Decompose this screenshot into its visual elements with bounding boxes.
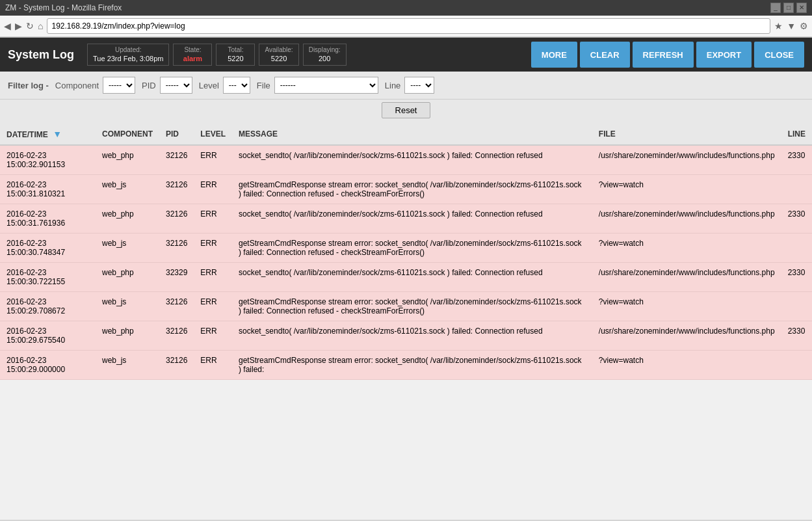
header-buttons: MORE CLEAR REFRESH EXPORT CLOSE	[531, 42, 804, 68]
cell-component: web_js	[96, 175, 159, 204]
col-datetime[interactable]: DATE/TIME ▼	[0, 124, 96, 145]
cell-level: ERR	[194, 263, 232, 292]
cell-level: ERR	[194, 175, 232, 204]
table-row[interactable]: 2016-02-23 15:00:32.901153 web_php 32126…	[0, 145, 812, 175]
col-pid[interactable]: PID	[159, 124, 194, 145]
cell-component: web_php	[96, 204, 159, 234]
nav-menu-icon[interactable]: ▼	[787, 21, 796, 31]
reset-button[interactable]: Reset	[382, 102, 431, 118]
nav-bar: ◀ ▶ ↻ ⌂ ★ ▼ ⚙	[0, 16, 812, 37]
maximize-button[interactable]: □	[783, 3, 794, 13]
pid-select[interactable]: -----	[160, 77, 192, 94]
cell-message: socket_sendto( /var/lib/zoneminder/sock/…	[232, 204, 592, 234]
cell-file: ?view=watch	[592, 234, 781, 263]
available-value: 5220	[265, 54, 293, 63]
cell-datetime: 2016-02-23 15:00:30.722155	[0, 263, 96, 292]
col-line[interactable]: LINE	[781, 124, 812, 145]
cell-file: ?view=watch	[592, 292, 781, 321]
col-message[interactable]: MESSAGE	[232, 124, 592, 145]
cell-file: /usr/share/zoneminder/www/includes/funct…	[592, 263, 781, 292]
export-button[interactable]: EXPORT	[696, 42, 752, 68]
cell-datetime: 2016-02-23 15:00:29.675540	[0, 321, 96, 351]
line-select[interactable]: ----	[404, 77, 434, 94]
total-label: Total:	[222, 46, 249, 54]
updated-info: Updated: Tue 23rd Feb, 3:08pm	[87, 44, 169, 65]
table-row[interactable]: 2016-02-23 15:00:29.675540 web_php 32126…	[0, 321, 812, 351]
pid-label: PID	[142, 81, 156, 90]
cell-message: socket_sendto( /var/lib/zoneminder/sock/…	[232, 321, 592, 351]
level-label: Level	[199, 81, 219, 90]
table-row[interactable]: 2016-02-23 15:00:30.748347 web_js 32126 …	[0, 234, 812, 263]
cell-pid: 32329	[159, 263, 194, 292]
cell-component: web_js	[96, 292, 159, 321]
header-info-group: Updated: Tue 23rd Feb, 3:08pm State: ala…	[87, 44, 523, 65]
cell-datetime: 2016-02-23 15:00:30.748347	[0, 234, 96, 263]
col-file[interactable]: FILE	[592, 124, 781, 145]
file-label: File	[257, 81, 270, 90]
bookmark-icon[interactable]: ★	[774, 21, 783, 31]
close-button[interactable]: CLOSE	[754, 42, 804, 68]
more-button[interactable]: MORE	[531, 42, 577, 68]
forward-icon[interactable]: ▶	[15, 21, 22, 31]
cell-line: 2330	[781, 145, 812, 175]
cell-level: ERR	[194, 145, 232, 175]
table-row[interactable]: 2016-02-23 15:00:29.000000 web_js 32126 …	[0, 351, 812, 380]
cell-pid: 32126	[159, 204, 194, 234]
cell-level: ERR	[194, 204, 232, 234]
reset-container: Reset	[0, 100, 812, 124]
updated-label: Updated:	[93, 46, 163, 54]
cell-pid: 32126	[159, 234, 194, 263]
settings-icon[interactable]: ⚙	[800, 21, 808, 31]
component-select[interactable]: -----	[103, 77, 135, 94]
col-component[interactable]: COMPONENT	[96, 124, 159, 145]
cell-message: getStreamCmdResponse stream error: socke…	[232, 234, 592, 263]
table-row[interactable]: 2016-02-23 15:00:31.761936 web_php 32126…	[0, 204, 812, 234]
close-window-button[interactable]: ✕	[796, 3, 807, 13]
table-row[interactable]: 2016-02-23 15:00:29.708672 web_js 32126 …	[0, 292, 812, 321]
cell-file: ?view=watch	[592, 175, 781, 204]
available-info: Available: 5220	[259, 44, 298, 65]
cell-line	[781, 175, 812, 204]
cell-component: web_js	[96, 234, 159, 263]
cell-component: web_js	[96, 351, 159, 380]
cell-pid: 32126	[159, 145, 194, 175]
cell-line	[781, 351, 812, 380]
available-label: Available:	[265, 46, 293, 54]
cell-message: getStreamCmdResponse stream error: socke…	[232, 351, 592, 380]
total-info: Total: 5220	[216, 44, 255, 65]
minimize-button[interactable]: _	[770, 3, 781, 13]
refresh-button[interactable]: REFRESH	[633, 42, 694, 68]
cell-level: ERR	[194, 351, 232, 380]
filter-label: Filter log -	[8, 81, 49, 90]
sort-icon: ▼	[53, 129, 62, 139]
cell-pid: 32126	[159, 321, 194, 351]
cell-message: socket_sendto( /var/lib/zoneminder/sock/…	[232, 263, 592, 292]
back-icon[interactable]: ◀	[4, 21, 11, 31]
refresh-nav-icon[interactable]: ↻	[26, 21, 34, 31]
cell-datetime: 2016-02-23 15:00:31.761936	[0, 204, 96, 234]
cell-component: web_php	[96, 263, 159, 292]
cell-level: ERR	[194, 321, 232, 351]
log-table: DATE/TIME ▼ COMPONENT PID LEVEL MESSAGE …	[0, 124, 812, 380]
file-select[interactable]: ------	[274, 77, 378, 94]
cell-datetime: 2016-02-23 15:00:31.810321	[0, 175, 96, 204]
clear-button[interactable]: CLEAR	[580, 42, 630, 68]
table-row[interactable]: 2016-02-23 15:00:31.810321 web_js 32126 …	[0, 175, 812, 204]
cell-line	[781, 234, 812, 263]
level-select[interactable]: ---	[223, 77, 250, 94]
cell-message: getStreamCmdResponse stream error: socke…	[232, 292, 592, 321]
table-row[interactable]: 2016-02-23 15:00:30.722155 web_php 32329…	[0, 263, 812, 292]
cell-line: 2330	[781, 321, 812, 351]
cell-level: ERR	[194, 234, 232, 263]
browser-title: ZM - System Log - Mozilla Firefox	[5, 3, 122, 12]
cell-file: /usr/share/zoneminder/www/includes/funct…	[592, 321, 781, 351]
cell-message: socket_sendto( /var/lib/zoneminder/sock/…	[232, 145, 592, 175]
address-bar[interactable]	[47, 18, 770, 34]
cell-pid: 32126	[159, 351, 194, 380]
displaying-label: Displaying:	[309, 46, 341, 54]
col-level[interactable]: LEVEL	[194, 124, 232, 145]
app-title: System Log	[8, 48, 74, 62]
cell-line: 2330	[781, 204, 812, 234]
home-icon[interactable]: ⌂	[38, 21, 43, 31]
total-value: 5220	[222, 54, 249, 63]
